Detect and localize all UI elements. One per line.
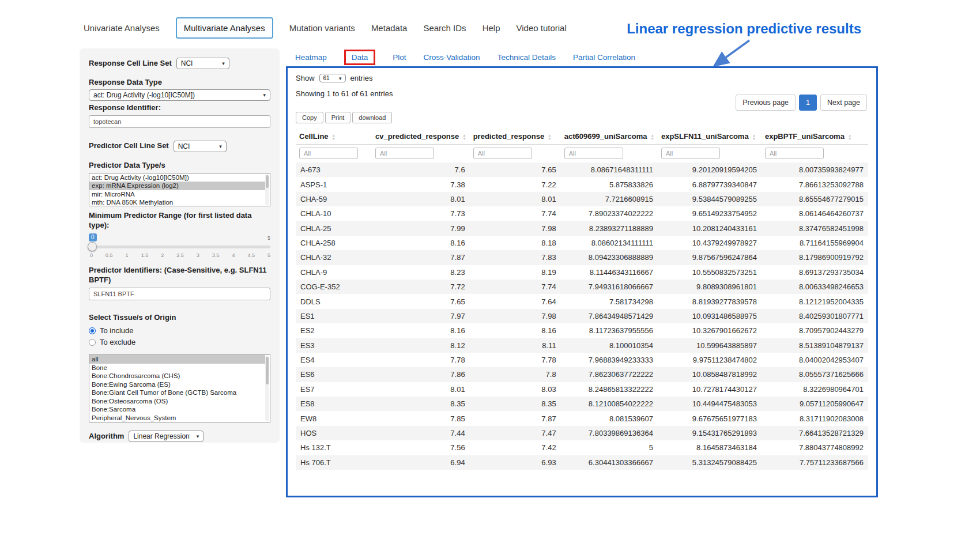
slider-track[interactable]: [89, 246, 270, 248]
filter-cell: [561, 145, 658, 163]
column-header-expslfn11-unisarcoma[interactable]: expSLFN11_uniSarcoma▲▼: [658, 128, 762, 145]
value-cell: 8.65554677279015: [762, 192, 868, 206]
tissue-option-all[interactable]: all: [89, 355, 265, 364]
value-cell: 8.12: [372, 338, 470, 353]
radio-unchecked-icon: [89, 339, 96, 346]
column-header-cv-predicted-response[interactable]: cv_predicted_response▲▼: [372, 128, 470, 145]
value-cell: 7.86: [372, 367, 470, 382]
scrollbar[interactable]: [265, 174, 269, 205]
algorithm-select[interactable]: Linear Regression ▾: [129, 431, 203, 442]
response-identifier-input[interactable]: [89, 115, 270, 128]
response-data-type-select[interactable]: act: Drug Activity (-log10[IC50M]) ▾: [89, 89, 270, 101]
cell-line-cell: ES7: [296, 382, 372, 397]
value-cell: 5.875833826: [561, 177, 658, 191]
filter-input-predicted-response[interactable]: [473, 148, 532, 159]
predictor-type-option-mir-microrna[interactable]: mir: MicroRNA: [89, 190, 265, 199]
next-page-button[interactable]: Next page: [820, 95, 867, 111]
previous-page-button[interactable]: Previous page: [736, 95, 796, 111]
value-cell: 8.00735993824977: [762, 163, 868, 177]
column-header-expbptf-unisarcoma[interactable]: expBPTF_uniSarcoma▲▼: [762, 128, 868, 145]
filter-input-cellline[interactable]: [299, 148, 358, 159]
copy-button[interactable]: Copy: [296, 112, 323, 123]
filter-input-expslfn11-unisarcoma[interactable]: [661, 148, 720, 159]
value-cell: 7.87: [470, 411, 561, 425]
slider-handle[interactable]: [88, 242, 97, 251]
tissue-option-bone[interactable]: Bone: [89, 364, 265, 372]
results-table: CellLine▲▼cv_predicted_response▲▼predict…: [296, 128, 868, 470]
predictor-identifiers-label: Predictor Identifiers: (Case-Sensitive, …: [89, 266, 270, 285]
value-cell: 7.86230637722222: [561, 367, 658, 382]
table-row: Hs 706.T6.946.936.304413033666675.313245…: [296, 455, 868, 470]
tissue-option-bone-ewing-sarcoma-es[interactable]: Bone:Ewing Sarcoma (ES): [89, 380, 265, 389]
value-cell: 8.09423306888889: [561, 250, 658, 265]
column-header-predicted-response[interactable]: predicted_response▲▼: [470, 128, 561, 145]
value-cell: 9.15431765291893: [658, 426, 762, 440]
predictor-cell-line-set-select[interactable]: NCI ▾: [174, 141, 227, 152]
sort-icon: ▲▼: [848, 134, 851, 140]
nav-item-metadata[interactable]: Metadata: [371, 20, 408, 36]
sort-icon: ▲▼: [548, 134, 551, 140]
filter-cell: [470, 145, 561, 163]
response-cell-line-set-select[interactable]: NCI ▾: [176, 58, 229, 69]
predictor-identifiers-input[interactable]: [89, 288, 270, 300]
predictor-type-option-act-drug-activity-log10-ic50m[interactable]: act: Drug Activity (-log10[IC50M]): [89, 173, 265, 182]
column-header-act609699-unisarcoma[interactable]: act609699_uniSarcoma▲▼: [561, 128, 658, 145]
tissue-listbox[interactable]: allBoneBone:Chondrosarcoma (CHS)Bone:Ewi…: [89, 354, 270, 422]
download-button[interactable]: download: [352, 112, 392, 123]
value-cell: 8.17986900919792: [762, 250, 868, 265]
nav-item-multivariate-analyses[interactable]: Multivariate Analyses: [176, 17, 273, 39]
table-filter-row: [296, 145, 868, 163]
sort-icon: ▲▼: [650, 134, 654, 140]
tab-technical-details[interactable]: Technical Details: [497, 53, 556, 62]
sort-desc-icon: ▼: [650, 137, 654, 141]
value-cell: 8.08671648311111: [561, 163, 658, 177]
tab-partial-correlation[interactable]: Partial Correlation: [573, 53, 635, 62]
column-header-cellline[interactable]: CellLine▲▼: [296, 128, 372, 145]
tab-heatmap[interactable]: Heatmap: [295, 53, 327, 62]
cell-line-cell: CHLA-258: [296, 236, 372, 250]
scrollbar-thumb[interactable]: [266, 175, 269, 188]
nav-item-help[interactable]: Help: [483, 20, 500, 36]
tissue-option-bone-chondrosarcoma-chs[interactable]: Bone:Chondrosarcoma (CHS): [89, 372, 265, 380]
radio-to-exclude[interactable]: To exclude: [89, 338, 270, 346]
tab-data[interactable]: Data: [344, 50, 376, 65]
min-predictor-range-slider[interactable]: 0 5 00.511.522.533.544.55: [89, 233, 270, 260]
value-cell: 5.31324579088425: [658, 455, 762, 470]
value-cell: 7.66413528721329: [762, 426, 868, 440]
filter-input-expbptf-unisarcoma[interactable]: [765, 148, 824, 159]
top-navigation: Univariate AnalysesMultivariate Analyses…: [84, 17, 567, 39]
nav-item-video-tutorial[interactable]: Video tutorial: [516, 20, 566, 36]
radio-to-include[interactable]: To include: [89, 326, 270, 335]
nav-item-mutation-variants[interactable]: Mutation variants: [289, 20, 355, 36]
entries-count-select[interactable]: 61 ▾: [319, 74, 346, 82]
nav-item-search-ids[interactable]: Search IDs: [423, 20, 466, 36]
tissue-option-bone-sarcoma[interactable]: Bone:Sarcoma: [89, 405, 265, 414]
slider-tick-label: 3: [197, 252, 199, 258]
predictor-type-option-exp-mrna-expression-log2[interactable]: exp: mRNA Expression (log2): [89, 182, 265, 190]
cell-line-cell: CHLA-9: [296, 265, 372, 280]
results-panel: Show 61 ▾ entries Showing 1 to 61 of 61 …: [286, 66, 878, 497]
value-cell: 10.5550832573251: [658, 265, 762, 280]
value-cell: 7.87: [372, 250, 470, 265]
value-cell: 9.8089308961801: [658, 280, 762, 294]
predictor-data-type-listbox[interactable]: act: Drug Activity (-log10[IC50M])exp: m…: [89, 173, 270, 206]
filter-input-act609699-unisarcoma[interactable]: [564, 148, 623, 159]
value-cell: 8.35: [372, 397, 470, 411]
value-cell: 7.98: [470, 309, 561, 323]
tissue-option-bone-osteosarcoma-os[interactable]: Bone:Osteosarcoma (OS): [89, 397, 265, 406]
tissue-option-peripheral-nervous-system[interactable]: Peripheral_Nervous_System: [89, 414, 265, 422]
value-cell: 7.78: [372, 353, 470, 367]
page-number-button[interactable]: 1: [799, 95, 817, 111]
nav-item-univariate-analyses[interactable]: Univariate Analyses: [84, 20, 160, 36]
filter-input-cv-predicted-response[interactable]: [375, 148, 434, 159]
value-cell: 8.1645873463184: [658, 440, 762, 455]
predictor-type-option-mth-dna-850k-methylation[interactable]: mth: DNA 850K Methylation: [89, 198, 265, 206]
scrollbar-thumb[interactable]: [266, 357, 269, 384]
value-cell: 7.96883949233333: [561, 353, 658, 367]
value-cell: 8.01: [372, 382, 470, 397]
tab-plot[interactable]: Plot: [393, 53, 406, 62]
print-button[interactable]: Print: [325, 112, 351, 123]
tissue-option-bone-giant-cell-tumor-of-bone-gctb-sarcoma[interactable]: Bone:Giant Cell Tumor of Bone (GCTB) Sar…: [89, 388, 265, 397]
tab-cross-validation[interactable]: Cross-Validation: [424, 53, 480, 62]
scrollbar[interactable]: [265, 356, 269, 421]
